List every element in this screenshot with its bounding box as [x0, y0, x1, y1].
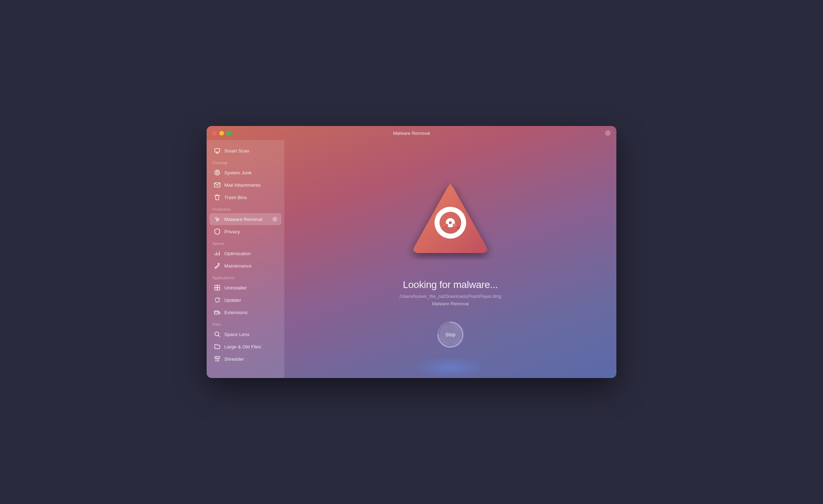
sidebar-item-label: Shredder: [224, 356, 277, 362]
sidebar-item-label: Extensions: [224, 310, 277, 315]
uninstaller-icon: [214, 284, 221, 291]
sidebar-item-uninstaller[interactable]: Uninstaller: [209, 282, 282, 294]
space-lens-icon: [214, 331, 221, 338]
sidebar-section-protection: Protection: [207, 204, 284, 213]
stop-button-container: Stop: [436, 320, 464, 349]
smart-scan-icon: [214, 147, 221, 154]
scan-title: Looking for malware...: [403, 279, 498, 290]
stop-button[interactable]: Stop: [439, 323, 462, 346]
svg-point-4: [216, 172, 218, 174]
maximize-button[interactable]: [226, 131, 231, 136]
biohazard-illustration: [401, 170, 500, 269]
large-old-files-icon: [214, 343, 221, 350]
sidebar-item-maintenance[interactable]: Maintenance: [209, 260, 282, 272]
sidebar-item-label: Maintenance: [224, 263, 277, 269]
sidebar-item-label: Uninstaller: [224, 285, 277, 290]
biohazard-icon: [214, 216, 221, 223]
triangle-svg: [404, 173, 496, 265]
sidebar-item-label: Trash Bins: [224, 195, 277, 200]
svg-point-33: [449, 221, 452, 224]
sidebar-item-label: Smart Scan: [224, 148, 277, 154]
sidebar-item-extensions[interactable]: Extensions: [209, 306, 282, 318]
scan-path: /Users/hoover_the_cat/Downloads/FlashPla…: [399, 294, 501, 299]
app-window: Malware Removal Smart Scan Cleanup: [207, 126, 616, 378]
extensions-icon: [214, 309, 221, 316]
window-controls: [212, 131, 231, 136]
close-button[interactable]: [212, 131, 217, 136]
optimization-icon: [214, 250, 221, 257]
sidebar-section-cleanup: Cleanup: [207, 157, 284, 166]
svg-point-13: [215, 268, 216, 269]
svg-rect-22: [215, 356, 220, 358]
svg-line-31: [443, 225, 446, 228]
svg-line-21: [218, 335, 220, 337]
sidebar-section-applications: Applications: [207, 272, 284, 281]
sidebar-item-label: Optimization: [224, 251, 277, 256]
scan-label: Malware Removal: [432, 301, 469, 306]
sidebar-item-space-lens[interactable]: Space Lens: [209, 328, 282, 340]
sidebar-item-system-junk[interactable]: System Junk: [209, 167, 282, 179]
sidebar-item-label: Large & Old Files: [224, 344, 277, 349]
sidebar-item-label: System Junk: [224, 170, 277, 175]
sidebar-item-optimization[interactable]: Optimization: [209, 247, 282, 259]
mail-icon: [214, 181, 221, 188]
sidebar-item-label: Updater: [224, 298, 277, 303]
shredder-icon: [214, 355, 221, 362]
sidebar-section-files: Files: [207, 319, 284, 328]
sidebar-item-label: Space Lens: [224, 332, 277, 337]
updater-icon: [214, 296, 221, 304]
trash-icon: [214, 194, 221, 201]
sidebar: Smart Scan Cleanup System Junk Mail Att: [207, 140, 284, 378]
svg-line-30: [454, 225, 458, 228]
minimize-button[interactable]: [219, 131, 224, 136]
sidebar-item-updater[interactable]: Updater: [209, 294, 282, 306]
window-title: Malware Removal: [393, 131, 430, 136]
sidebar-item-label: Mail Attachments: [224, 182, 277, 188]
sidebar-item-shredder[interactable]: Shredder: [209, 353, 282, 365]
svg-rect-15: [217, 285, 220, 288]
svg-rect-0: [215, 149, 220, 152]
title-icon-right: [605, 130, 611, 136]
svg-rect-16: [215, 288, 217, 290]
svg-rect-18: [214, 311, 219, 314]
sidebar-item-large-old-files[interactable]: Large & Old Files: [209, 341, 282, 353]
sidebar-item-privacy[interactable]: Privacy: [209, 226, 282, 238]
sidebar-item-label: Malware Removal: [224, 217, 269, 222]
system-junk-icon: [214, 169, 221, 176]
title-bar: Malware Removal: [207, 126, 616, 140]
bottom-glow: [415, 357, 486, 378]
sidebar-item-smart-scan[interactable]: Smart Scan: [209, 145, 282, 157]
privacy-icon: [214, 228, 221, 235]
sidebar-item-trash-bins[interactable]: Trash Bins: [209, 191, 282, 203]
svg-rect-14: [215, 285, 217, 288]
sidebar-item-label: Privacy: [224, 229, 277, 234]
svg-rect-17: [217, 288, 220, 290]
svg-point-8: [217, 219, 218, 220]
sidebar-section-speed: Speed: [207, 238, 284, 247]
active-badge: [272, 217, 277, 222]
main-content: Looking for malware... /Users/hoover_the…: [284, 140, 616, 378]
sidebar-item-mail-attachments[interactable]: Mail Attachments: [209, 179, 282, 191]
maintenance-icon: [214, 262, 221, 269]
sidebar-item-malware-removal[interactable]: Malware Removal: [209, 213, 282, 225]
